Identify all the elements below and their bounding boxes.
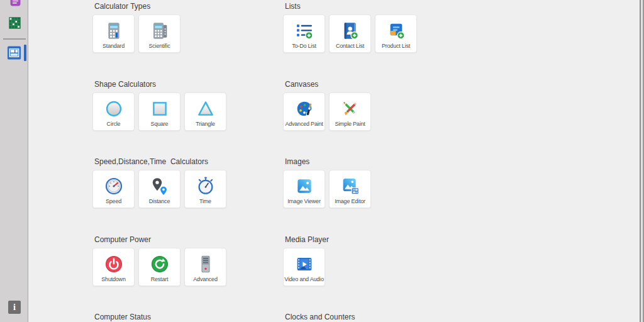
section-title: Speed,Distance,Time Calculators: [94, 158, 226, 166]
content: Calculator Types StandardScientific List…: [0, 0, 644, 322]
section-computer-status: Computer Status: [92, 313, 151, 322]
advanced-paint-icon: [294, 99, 314, 119]
tile-label: Circle: [93, 121, 134, 127]
section-media-player: Media Player Video and Audio: [283, 236, 329, 286]
tile-circle[interactable]: Circle: [92, 92, 135, 131]
calculator-scientific-icon: [150, 21, 170, 41]
tile-label: Product List: [375, 43, 416, 49]
speedometer-icon: [104, 176, 124, 196]
tile-contact-list[interactable]: Contact List: [329, 14, 371, 53]
sidebar: i: [0, 0, 28, 322]
info-button[interactable]: i: [8, 301, 21, 314]
tile-label: Triangle: [185, 121, 226, 127]
tile-advanced[interactable]: Advanced: [184, 248, 226, 286]
section-title: Lists: [285, 3, 417, 11]
shape-square-icon: [150, 99, 170, 119]
tile-label: Time: [185, 198, 226, 204]
section-computer-power: Computer Power ShutdownRestartAdvanced: [92, 236, 226, 286]
sidebar-divider: [3, 38, 26, 40]
tile-standard[interactable]: Standard: [92, 14, 135, 53]
tile-distance[interactable]: Distance: [138, 170, 180, 208]
tile-row: Image ViewerImage Editor: [283, 170, 371, 208]
tile-label: Speed: [93, 198, 134, 204]
section-title: Images: [285, 158, 371, 166]
shape-triangle-icon: [196, 99, 216, 119]
section-shape-calculators: Shape Calculators CircleSquareTriangle: [92, 80, 226, 131]
section-title: Canvases: [285, 80, 371, 89]
tile-image-viewer[interactable]: Image Viewer: [283, 170, 325, 208]
tile-label: Distance: [139, 198, 180, 204]
section-title: Calculator Types: [94, 3, 180, 11]
power-advanced-icon: [196, 254, 216, 274]
power-shutdown-icon: [104, 254, 124, 274]
tile-row: Advanced PaintSimple Paint: [283, 92, 371, 131]
image-editor-icon: [340, 176, 360, 196]
section-title: Shape Calculators: [94, 80, 226, 89]
tile-label: Image Viewer: [284, 198, 325, 204]
purple-form-icon: [9, 0, 21, 7]
tile-simple-paint[interactable]: Simple Paint: [329, 92, 371, 131]
tile-shutdown[interactable]: Shutdown: [92, 248, 135, 286]
tile-row: ShutdownRestartAdvanced: [92, 248, 226, 286]
tile-row: CircleSquareTriangle: [92, 92, 226, 131]
section-calculator-types: Calculator Types StandardScientific: [92, 3, 180, 53]
simple-paint-icon: [340, 99, 360, 119]
app-window: i Calculator Types StandardScientific Li…: [0, 0, 644, 322]
tile-row: SpeedDistanceTime: [92, 170, 226, 208]
todo-list-icon: [294, 21, 314, 41]
section-clocks-and-counters: Clocks and Counters: [283, 313, 355, 322]
tile-label: Square: [139, 121, 180, 127]
tile-label: Restart: [139, 276, 180, 282]
tile-label: Advanced: [185, 276, 226, 282]
tile-label: Standard: [93, 43, 134, 49]
video-audio-icon: [294, 254, 314, 274]
section-title: Computer Power: [94, 236, 226, 244]
tile-speed[interactable]: Speed: [92, 170, 135, 208]
green-grid-icon: [8, 16, 21, 30]
shape-circle-icon: [104, 99, 124, 119]
tile-video-and-audio[interactable]: Video and Audio: [283, 248, 325, 286]
tile-advanced-paint[interactable]: Advanced Paint: [283, 92, 325, 131]
tile-image-editor[interactable]: Image Editor: [329, 170, 371, 208]
tile-row: StandardScientific: [92, 14, 180, 53]
active-item-indicator: [24, 45, 26, 61]
tile-square[interactable]: Square: [138, 92, 180, 131]
section-lists: Lists To-Do ListContact ListProduct List: [283, 3, 417, 53]
section-title: Computer Status: [94, 313, 151, 321]
product-list-icon: [386, 21, 406, 41]
tile-triangle[interactable]: Triangle: [184, 92, 226, 131]
calculator-standard-icon: [104, 21, 124, 41]
tile-label: Shutdown: [93, 276, 134, 282]
tile-to-do-list[interactable]: To-Do List: [283, 14, 325, 53]
tile-label: Image Editor: [330, 198, 370, 204]
power-restart-icon: [150, 254, 170, 274]
section-canvases: Canvases Advanced PaintSimple Paint: [283, 80, 371, 131]
info-icon: i: [13, 303, 16, 313]
tile-label: Scientific: [139, 43, 180, 49]
tile-label: To-Do List: [284, 43, 325, 49]
tile-label: Video and Audio: [284, 276, 325, 282]
tile-restart[interactable]: Restart: [138, 248, 180, 286]
stopwatch-icon: [196, 176, 216, 196]
sidebar-item-grid[interactable]: [8, 16, 21, 30]
blue-window-icon: [7, 45, 21, 60]
section-title: Clocks and Counters: [285, 313, 355, 321]
scrollbar[interactable]: [640, 0, 644, 322]
tile-row: To-Do ListContact ListProduct List: [283, 14, 417, 53]
image-viewer-icon: [294, 176, 314, 196]
map-pins-icon: [150, 176, 170, 196]
tile-label: Simple Paint: [330, 121, 370, 127]
tile-scientific[interactable]: Scientific: [138, 14, 180, 53]
tile-row: Video and Audio: [283, 248, 329, 286]
sidebar-item-dashboard[interactable]: [7, 45, 21, 60]
section-speed-distance-time-calculators: Speed,Distance,Time Calculators SpeedDis…: [92, 158, 226, 208]
contact-list-icon: [340, 21, 360, 41]
section-title: Media Player: [285, 236, 329, 244]
tile-label: Advanced Paint: [284, 121, 325, 127]
section-images: Images Image ViewerImage Editor: [283, 158, 371, 208]
sidebar-item-notes[interactable]: [9, 0, 21, 7]
tile-time[interactable]: Time: [184, 170, 226, 208]
tile-product-list[interactable]: Product List: [375, 14, 417, 53]
tile-label: Contact List: [330, 43, 370, 49]
